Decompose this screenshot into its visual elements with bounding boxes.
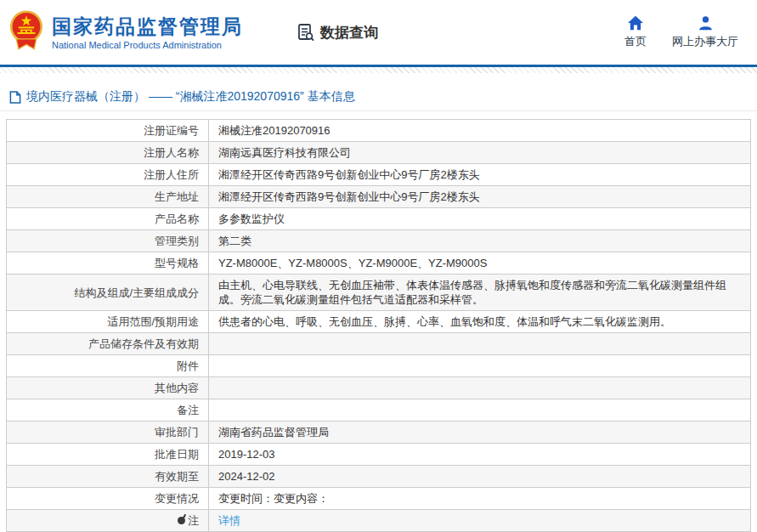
info-table-body: 注册证编号湘械注准20192070916注册人名称湖南远真医疗科技有限公司注册人… — [7, 120, 751, 532]
table-row: 注册人住所湘潭经开区传奇西路9号创新创业中心9号厂房2楼东头 — [7, 164, 751, 186]
row-value: YZ-M8000E、YZ-M8000S、YZ-M9000E、YZ-M9000S — [209, 252, 751, 274]
row-value: 2024-12-02 — [209, 466, 751, 488]
row-value: 湘潭经开区传奇西路9号创新创业中心9号厂房2楼东头 — [209, 164, 751, 186]
table-row: 生产地址湘潭经开区传奇西路9号创新创业中心9号厂房2楼东头 — [7, 186, 751, 208]
breadcrumb: 境内医疗器械（注册） —— “湘械注准20192070916” 基本信息 — [0, 83, 757, 111]
row-label: 产品名称 — [7, 208, 209, 230]
breadcrumb-text: 境内医疗器械（注册） —— “湘械注准20192070916” 基本信息 — [26, 89, 355, 105]
national-emblem-logo — [8, 9, 44, 55]
row-value: 第二类 — [209, 230, 751, 252]
table-row: 备注 — [7, 399, 751, 422]
hatched-strip — [0, 67, 757, 73]
table-row: 注册证编号湘械注准20192070916 — [7, 120, 751, 142]
table-row: 管理类别第二类 — [7, 230, 751, 252]
table-row: 型号规格YZ-M8000E、YZ-M8000S、YZ-M9000E、YZ-M90… — [7, 252, 751, 274]
table-row: 变更情况变更时间：变更内容： — [7, 488, 751, 510]
row-value — [209, 377, 751, 399]
document-search-icon — [296, 22, 316, 42]
row-value — [209, 355, 751, 377]
table-row: 注册人名称湖南远真医疗科技有限公司 — [7, 142, 751, 164]
row-value: 2019-12-03 — [209, 444, 751, 466]
row-value: 详情 — [209, 510, 751, 532]
header: 国家药品监督管理局 National Medical Products Admi… — [0, 0, 757, 65]
user-icon — [698, 15, 714, 31]
row-label: 注册人名称 — [7, 142, 209, 164]
table-row: 注详情 — [7, 510, 751, 532]
row-value: 湘潭经开区传奇西路9号创新创业中心9号厂房2楼东头 — [209, 186, 751, 208]
document-icon — [9, 91, 21, 104]
nav-item-service-hall[interactable]: 网上办事大厅 — [672, 15, 738, 49]
table-row: 产品名称多参数监护仪 — [7, 208, 751, 230]
row-value: 湘械注准20192070916 — [209, 120, 751, 142]
nav-home-label: 首页 — [624, 34, 647, 49]
detail-link[interactable]: 详情 — [218, 514, 240, 527]
table-row: 产品储存条件及有效期 — [7, 333, 751, 355]
table-row: 结构及组成/主要组成成分由主机、心电导联线、无创血压袖带、体表体温传感器、脉搏氧… — [7, 274, 751, 311]
table-row: 审批部门湖南省药品监督管理局 — [7, 422, 751, 444]
note-pin-icon — [178, 517, 185, 524]
brand: 国家药品监督管理局 National Medical Products Admi… — [8, 9, 243, 55]
row-value — [209, 333, 751, 355]
table-row: 适用范围/预期用途供患者的心电、呼吸、无创血压、脉搏、心率、血氧饱和度、体温和呼… — [7, 311, 751, 333]
registration-info-section: 注册证编号湘械注准20192070916注册人名称湖南远真医疗科技有限公司注册人… — [0, 111, 757, 532]
row-value: 多参数监护仪 — [209, 208, 751, 230]
row-label: 产品储存条件及有效期 — [7, 333, 209, 355]
site-title: 国家药品监督管理局 — [52, 15, 243, 37]
nav-service-hall-label: 网上办事大厅 — [672, 34, 738, 49]
row-label: 管理类别 — [7, 230, 209, 252]
table-row: 批准日期2019-12-03 — [7, 444, 751, 466]
row-label: 其他内容 — [7, 377, 209, 399]
table-row: 有效期至2024-12-02 — [7, 466, 751, 488]
row-value — [209, 399, 751, 422]
row-value: 湖南省药品监督管理局 — [209, 422, 751, 444]
row-label: 生产地址 — [7, 186, 209, 208]
table-row: 附件 — [7, 355, 751, 377]
site-subtitle: National Medical Products Administration — [52, 40, 243, 50]
row-value: 供患者的心电、呼吸、无创血压、脉搏、心率、血氧饱和度、体温和呼气末二氧化碳监测用… — [209, 311, 751, 333]
row-value: 由主机、心电导联线、无创血压袖带、体表体温传感器、脉搏氧饱和度传感器和旁流二氧化… — [209, 274, 751, 311]
row-label: 注 — [7, 510, 209, 532]
row-value: 变更时间：变更内容： — [209, 488, 751, 510]
row-label: 注册证编号 — [7, 120, 209, 142]
row-label: 变更情况 — [7, 488, 209, 510]
row-value: 湖南远真医疗科技有限公司 — [209, 142, 751, 164]
brand-text: 国家药品监督管理局 National Medical Products Admi… — [52, 15, 243, 50]
row-label: 注册人住所 — [7, 164, 209, 186]
row-label: 附件 — [7, 355, 209, 377]
row-label: 结构及组成/主要组成成分 — [7, 274, 209, 311]
registration-info-table: 注册证编号湘械注准20192070916注册人名称湖南远真医疗科技有限公司注册人… — [6, 119, 751, 532]
home-icon — [627, 15, 644, 31]
data-query-button[interactable]: 数据查询 — [296, 22, 378, 42]
row-label: 适用范围/预期用途 — [7, 311, 209, 333]
data-query-label: 数据查询 — [320, 23, 378, 42]
row-label: 批准日期 — [7, 444, 209, 466]
row-label: 审批部门 — [7, 422, 209, 444]
row-label: 有效期至 — [7, 466, 209, 488]
row-label: 型号规格 — [7, 252, 209, 274]
row-label: 备注 — [7, 399, 209, 422]
nav-item-home[interactable]: 首页 — [624, 15, 647, 49]
top-nav: 首页 网上办事大厅 — [624, 15, 738, 49]
table-row: 其他内容 — [7, 377, 751, 399]
